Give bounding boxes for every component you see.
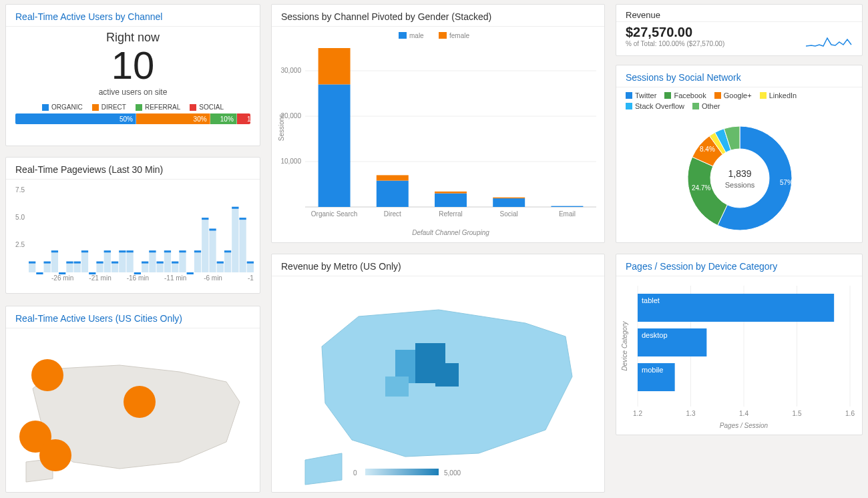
legend-item: ORGANIC xyxy=(42,103,83,111)
card-title-pageviews: Real-Time Pageviews (Last 30 Min) xyxy=(6,158,260,180)
svg-rect-48 xyxy=(194,250,201,252)
svg-rect-49 xyxy=(202,218,208,272)
svg-rect-30 xyxy=(126,250,133,252)
svg-text:Device Category: Device Category xyxy=(621,321,628,371)
svg-rect-87 xyxy=(435,192,467,194)
svg-text:-21 min: -21 min xyxy=(89,274,111,282)
svg-text:Email: Email xyxy=(559,210,576,218)
svg-text:desktop: desktop xyxy=(642,331,668,339)
svg-rect-62 xyxy=(247,262,254,264)
revenue-amount: $27,570.00 xyxy=(626,25,724,40)
svg-rect-26 xyxy=(112,262,118,264)
svg-rect-58 xyxy=(232,207,238,209)
legend-item: Stack Overflow xyxy=(626,102,684,110)
svg-rect-57 xyxy=(232,207,238,272)
svg-text:5.0: 5.0 xyxy=(15,214,25,221)
svg-rect-81 xyxy=(318,48,351,84)
channel-bar-segment: 30% xyxy=(136,113,210,124)
city-dot xyxy=(124,386,156,418)
card-sessions-stacked: Sessions by Channel Pivoted by Gender (S… xyxy=(271,4,605,243)
svg-text:-1: -1 xyxy=(248,274,254,282)
svg-rect-56 xyxy=(224,250,231,252)
svg-rect-24 xyxy=(104,250,111,252)
revenue-metro-map: 0 5,000 xyxy=(272,276,606,490)
svg-text:Sessions: Sessions xyxy=(278,114,285,142)
sessions-stacked-chart: malefemale30,00020,00010,000Organic Sear… xyxy=(272,27,606,240)
svg-text:Sessions: Sessions xyxy=(725,181,755,189)
svg-rect-92 xyxy=(551,206,583,207)
active-users-count: 10 xyxy=(6,46,260,85)
social-donut-chart: 1,839Sessions57%24.7%8.4% xyxy=(616,111,863,242)
svg-text:Organic Search: Organic Search xyxy=(311,210,357,218)
svg-rect-80 xyxy=(318,84,351,207)
svg-text:-11 min: -11 min xyxy=(164,274,186,282)
legend-item: Twitter xyxy=(626,91,656,99)
svg-text:57%: 57% xyxy=(780,179,793,186)
svg-rect-36 xyxy=(149,250,156,252)
active-users-sublabel: active users on site xyxy=(6,87,260,97)
legend-item: REFERRAL xyxy=(136,103,180,111)
svg-rect-83 xyxy=(377,181,409,207)
card-title-realtime-users: Real-Time Active Users by Channel xyxy=(6,5,260,27)
svg-text:-6 min: -6 min xyxy=(204,274,222,282)
svg-text:-26 min: -26 min xyxy=(51,274,73,282)
svg-rect-99 xyxy=(435,363,459,387)
legend-item: Other xyxy=(692,102,720,110)
card-revenue-metro: Revenue by Metro (US Only) 0 5,000 xyxy=(271,254,605,493)
svg-rect-23 xyxy=(104,250,111,272)
svg-rect-69 xyxy=(399,32,407,39)
svg-rect-9 xyxy=(51,250,58,272)
legend-item: SOCIAL xyxy=(190,103,224,111)
svg-rect-18 xyxy=(81,250,88,252)
svg-text:Direct: Direct xyxy=(384,210,401,218)
svg-text:5,000: 5,000 xyxy=(444,469,461,477)
svg-text:30,000: 30,000 xyxy=(280,67,301,74)
us-cities-map xyxy=(6,328,261,489)
device-bar-chart: 1.21.31.41.51.6tabletdesktopmobileDevice… xyxy=(616,276,863,433)
svg-rect-84 xyxy=(377,175,409,180)
svg-text:male: male xyxy=(409,32,424,39)
card-title-revenue-metro: Revenue by Metro (US Only) xyxy=(272,254,604,276)
svg-rect-71 xyxy=(439,32,447,39)
svg-rect-6 xyxy=(36,272,43,274)
svg-rect-46 xyxy=(187,272,194,274)
svg-text:1.2: 1.2 xyxy=(633,410,642,417)
city-dot xyxy=(39,439,71,471)
revenue-sub: % of Total: 100.00% ($27,570.00) xyxy=(626,40,724,47)
svg-rect-54 xyxy=(217,262,224,264)
svg-rect-42 xyxy=(172,262,178,264)
svg-rect-59 xyxy=(239,218,246,272)
card-title-device: Pages / Session by Device Category xyxy=(616,254,862,276)
svg-rect-50 xyxy=(202,218,208,220)
svg-rect-86 xyxy=(435,194,467,207)
svg-rect-55 xyxy=(224,250,231,272)
svg-text:0: 0 xyxy=(353,469,357,477)
svg-rect-102 xyxy=(365,469,439,475)
card-title-social: Sessions by Social Network xyxy=(616,65,862,87)
svg-rect-39 xyxy=(164,250,171,272)
svg-rect-14 xyxy=(66,262,73,264)
card-title-us-cities: Real-Time Active Users (US Cities Only) xyxy=(6,306,260,328)
svg-rect-27 xyxy=(119,250,126,272)
city-dot xyxy=(31,359,63,391)
svg-rect-89 xyxy=(493,198,525,207)
svg-text:24.7%: 24.7% xyxy=(692,184,710,192)
svg-rect-51 xyxy=(209,229,216,273)
svg-text:Social: Social xyxy=(500,210,518,218)
svg-rect-10 xyxy=(51,250,58,252)
svg-rect-119 xyxy=(638,294,834,322)
svg-rect-60 xyxy=(239,218,246,220)
svg-rect-90 xyxy=(493,198,525,198)
svg-text:10,000: 10,000 xyxy=(280,158,301,165)
svg-rect-43 xyxy=(179,250,186,272)
card-realtime-users: Real-Time Active Users by Channel Right … xyxy=(5,4,260,146)
legend-item: Google+ xyxy=(714,91,752,99)
card-title-revenue: Revenue xyxy=(616,5,862,22)
svg-rect-40 xyxy=(164,250,171,252)
svg-text:Referral: Referral xyxy=(439,210,463,218)
channel-bar-segment: 10% xyxy=(237,113,250,124)
svg-rect-4 xyxy=(29,262,35,264)
svg-rect-35 xyxy=(149,250,156,272)
card-social: Sessions by Social Network TwitterFacebo… xyxy=(616,65,863,243)
legend-item: Facebook xyxy=(664,91,706,99)
